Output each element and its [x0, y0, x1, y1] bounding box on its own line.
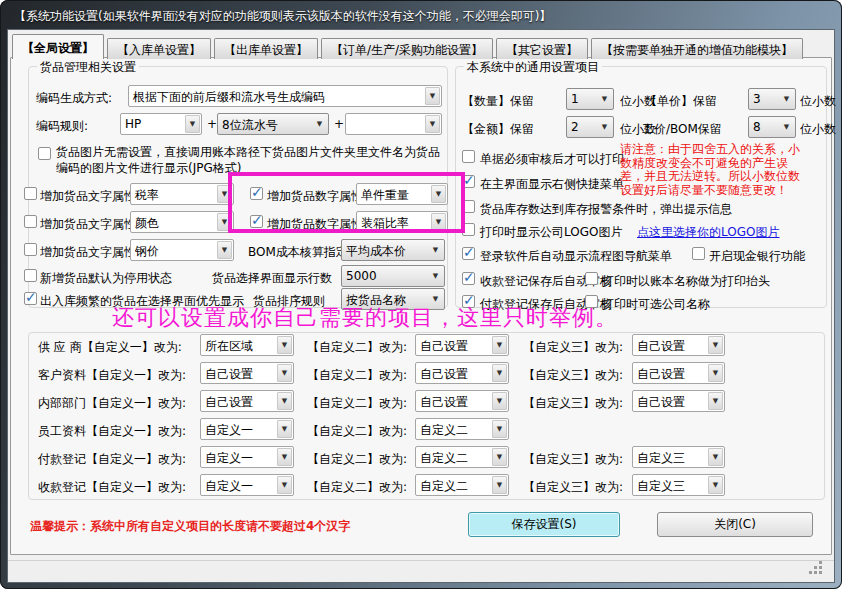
amount-decimal-combo[interactable]: 2▼	[566, 116, 614, 138]
chevron-down-icon[interactable]: ▼	[708, 476, 723, 494]
chevron-down-icon[interactable]: ▼	[708, 448, 723, 466]
product-group-legend: 货品管理相关设置	[37, 59, 139, 76]
code-prefix-combo[interactable]: HP▼	[120, 113, 202, 135]
price-decimal-label: 【单价】保留	[645, 93, 717, 110]
payment-custom2-combo[interactable]: 自定义二▼	[415, 446, 509, 468]
chevron-down-icon[interactable]: ▼	[277, 336, 292, 354]
payment-custom1-combo[interactable]: 自定义一▼	[200, 446, 294, 468]
tab-addon-modules[interactable]: 【按需要单独开通的增值功能模块】	[591, 38, 803, 59]
employee-custom2-combo[interactable]: 自定义二▼	[415, 418, 509, 440]
text-attr2-checkbox[interactable]	[24, 215, 37, 228]
plus-separator: +	[334, 117, 344, 131]
tab-outbound-order[interactable]: 【出库单设置】	[214, 38, 318, 59]
chevron-down-icon[interactable]: ▼	[779, 90, 794, 108]
wage-decimal-combo[interactable]: 8▼	[748, 116, 796, 138]
chevron-down-icon[interactable]: ▼	[492, 448, 507, 466]
text-attr1-checkbox[interactable]	[24, 187, 37, 200]
receipt-custom3-combo[interactable]: 自定义三▼	[632, 474, 725, 496]
audit-before-print-checkbox[interactable]	[462, 150, 475, 163]
custom-row-label: 内部部门【自定义一】改为:	[38, 395, 186, 412]
supplier-custom1-combo[interactable]: 所在区域▼	[200, 334, 294, 356]
bom-cost-label: BOM成本核算指定	[248, 244, 348, 261]
tab-global-settings[interactable]: 【全局设置】	[12, 34, 104, 59]
supplier-custom2-combo[interactable]: 自己设置▼	[415, 334, 509, 356]
tab-inbound-order[interactable]: 【入库单设置】	[107, 38, 211, 59]
supplier-custom3-combo[interactable]: 自己设置▼	[632, 334, 725, 356]
chevron-down-icon[interactable]: ▼	[779, 118, 794, 136]
chevron-down-icon[interactable]: ▼	[428, 241, 443, 259]
save-settings-button[interactable]: 保存设置(S)	[468, 512, 620, 537]
custom3-label: 【自定义三】改为:	[523, 479, 623, 496]
text-attr1-combo[interactable]: 税率▼	[130, 183, 234, 205]
chevron-down-icon[interactable]: ▼	[277, 420, 292, 438]
chevron-down-icon[interactable]: ▼	[492, 364, 507, 382]
chevron-down-icon[interactable]: ▼	[708, 392, 723, 410]
chevron-down-icon[interactable]: ▼	[217, 241, 232, 259]
custom2-label: 【自定义二】改为:	[307, 451, 407, 468]
custom2-label: 【自定义二】改为:	[307, 479, 407, 496]
department-custom3-combo[interactable]: 自己设置▼	[632, 390, 725, 412]
chevron-down-icon[interactable]: ▼	[492, 420, 507, 438]
chevron-down-icon[interactable]: ▼	[597, 118, 612, 136]
payment-custom3-combo[interactable]: 自定义三▼	[632, 446, 725, 468]
custom3-label: 【自定义三】改为:	[523, 339, 623, 356]
chevron-down-icon[interactable]: ▼	[185, 115, 200, 133]
text-attr3-combo[interactable]: 钢价▼	[130, 239, 234, 261]
code-gen-label: 编码生成方式:	[36, 90, 112, 107]
text-attr3-checkbox[interactable]	[24, 243, 37, 256]
decimal-suffix: 位小数	[800, 121, 836, 138]
tab-order-production-purchase[interactable]: 【订单/生产/采购功能设置】	[321, 38, 493, 59]
chevron-down-icon[interactable]: ▼	[492, 476, 507, 494]
book-title-checkbox[interactable]	[585, 272, 598, 285]
receipt-custom1-combo[interactable]: 自定义一▼	[200, 474, 294, 496]
rows-count-combo[interactable]: 5000▼	[341, 265, 445, 287]
code-suffix-combo[interactable]: ▼	[345, 113, 442, 135]
system-settings-window: 【系统功能设置(如果软件界面没有对应的功能项则表示该版本的软件没有这个功能，不必…	[0, 0, 842, 589]
code-gen-combo[interactable]: 根据下面的前后缀和流水号生成编码▼	[128, 85, 442, 107]
chevron-down-icon[interactable]: ▼	[708, 336, 723, 354]
flow-menu-checkbox[interactable]	[462, 247, 475, 260]
chevron-down-icon[interactable]: ▼	[312, 115, 327, 133]
footer-tip: 温馨提示：系统中所有自定义项目的长度请不要超过4个汉字	[30, 518, 350, 535]
resize-grip[interactable]	[819, 571, 822, 574]
custom-row-label: 员工资料【自定义一】改为:	[38, 423, 186, 440]
new-disabled-label: 新增货品默认为停用状态	[40, 270, 172, 287]
receipt-custom2-combo[interactable]: 自定义二▼	[415, 474, 509, 496]
customer-custom2-combo[interactable]: 自己设置▼	[415, 362, 509, 384]
chevron-down-icon[interactable]: ▼	[277, 476, 292, 494]
tab-other-settings[interactable]: 【其它设置】	[496, 38, 588, 59]
department-custom2-combo[interactable]: 自己设置▼	[415, 390, 509, 412]
employee-custom1-combo[interactable]: 自定义一▼	[200, 418, 294, 440]
chevron-down-icon[interactable]: ▼	[425, 115, 440, 133]
cash-bank-checkbox[interactable]	[692, 247, 705, 260]
chevron-down-icon[interactable]: ▼	[277, 448, 292, 466]
price-decimal-combo[interactable]: 3▼	[748, 88, 796, 110]
department-custom1-combo[interactable]: 自己设置▼	[200, 390, 294, 412]
text-attr2-combo[interactable]: 颜色▼	[130, 211, 234, 233]
tab-strip: 【全局设置】 【入库单设置】 【出库单设置】 【订单/生产/采购功能设置】 【其…	[12, 34, 803, 59]
custom2-label: 【自定义二】改为:	[307, 339, 407, 356]
chevron-down-icon[interactable]: ▼	[277, 364, 292, 382]
code-serial-combo[interactable]: 8位流水号▼	[217, 113, 329, 135]
bom-cost-combo[interactable]: 平均成本价▼	[341, 239, 445, 261]
receipt-audit-checkbox[interactable]	[462, 272, 475, 285]
qty-decimal-combo[interactable]: 1▼	[566, 88, 614, 110]
frequent-first-checkbox[interactable]	[24, 292, 37, 305]
chevron-down-icon[interactable]: ▼	[708, 364, 723, 382]
choose-logo-link[interactable]: 点这里选择你的LOGO图片	[637, 224, 779, 241]
chevron-down-icon[interactable]: ▼	[428, 267, 443, 285]
cash-bank-label: 开启现金银行功能	[709, 248, 805, 265]
chevron-down-icon[interactable]: ▼	[425, 87, 440, 105]
chevron-down-icon[interactable]: ▼	[492, 336, 507, 354]
quick-menu-label: 在主界面显示右侧快捷菜单	[480, 176, 624, 193]
close-button[interactable]: 关闭(C)	[657, 512, 813, 537]
chevron-down-icon[interactable]: ▼	[277, 392, 292, 410]
customer-custom1-combo[interactable]: 自己设置▼	[200, 362, 294, 384]
chevron-down-icon[interactable]: ▼	[597, 90, 612, 108]
new-disabled-checkbox[interactable]	[24, 269, 37, 282]
customer-custom3-combo[interactable]: 自己设置▼	[632, 362, 725, 384]
flow-menu-label: 登录软件后自动显示流程图导航菜单	[480, 248, 672, 265]
chevron-down-icon[interactable]: ▼	[492, 392, 507, 410]
image-auto-checkbox[interactable]	[38, 147, 51, 160]
custom2-label: 【自定义二】改为:	[307, 423, 407, 440]
